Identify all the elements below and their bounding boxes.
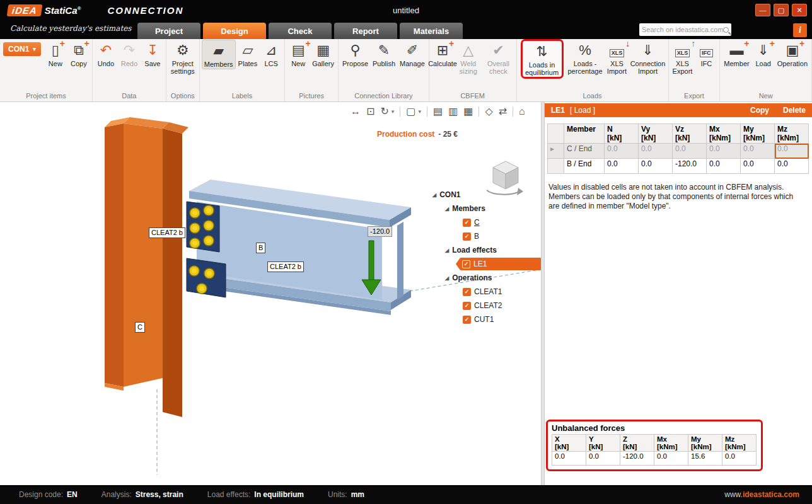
info-button[interactable]: i <box>793 23 807 37</box>
new-project-item-button[interactable]: ▯+ New <box>44 40 67 68</box>
new-operation-button[interactable]: ▣+ Operation <box>775 40 809 68</box>
propose-button[interactable]: ⚲ Propose <box>340 40 370 68</box>
connection-selector[interactable]: CON1▾ <box>3 42 41 56</box>
expanded-triangle-icon[interactable]: ◢ <box>432 192 436 198</box>
expander-cell[interactable] <box>548 159 564 174</box>
minimize-button[interactable]: — <box>755 4 770 16</box>
home-view-icon[interactable]: ⌂ <box>519 105 525 118</box>
checkbox-checked-icon[interactable]: ✓ <box>463 316 471 324</box>
row-pointer-icon[interactable]: ▸ <box>548 144 564 159</box>
table-cell: 0.0 <box>552 452 586 466</box>
expanded-triangle-icon[interactable]: ◢ <box>445 206 449 212</box>
tree-item-member-b[interactable]: ✓ B <box>430 229 541 243</box>
calculate-button[interactable]: ⊞+ Calculate <box>431 40 454 68</box>
tree-item-member-c[interactable]: ✓ C <box>430 215 541 229</box>
flip-view-icon[interactable]: ⇄ <box>499 105 507 118</box>
expanded-triangle-icon[interactable]: ◢ <box>445 248 449 253</box>
table-cell[interactable]: 0.0 <box>741 144 775 159</box>
connection-import-button[interactable]: ⇓ Connection Import <box>629 40 666 76</box>
tree-section-members[interactable]: ◢ Members <box>430 202 541 215</box>
checkbox-checked-icon[interactable]: ✓ <box>463 302 471 310</box>
delete-load-button[interactable]: Delete <box>783 106 806 115</box>
members-labels-toggle[interactable]: ▰ Members <box>202 40 236 69</box>
checkbox-checked-icon[interactable]: ✓ <box>463 288 471 296</box>
manage-button[interactable]: ✐ Manage <box>398 40 427 68</box>
tab-materials[interactable]: Materials <box>400 23 463 39</box>
table-cell[interactable]: 0.0 <box>639 159 673 174</box>
table-cell: -120.0 <box>620 452 654 466</box>
member-cell: C / End <box>564 144 605 159</box>
member-plus-icon: ▬+ <box>730 42 744 59</box>
rotate-view-icon[interactable]: ↻ <box>380 105 388 118</box>
table-cell[interactable]: 0.0 <box>673 144 707 159</box>
selected-table-cell[interactable]: 0.0 <box>775 144 809 159</box>
ribbon-group-new: ▬+ Member ⇓+ Load ▣+ Operation New <box>720 39 812 101</box>
tree-root-con1[interactable]: ◢ CON1 <box>430 188 541 202</box>
ifc-export-button[interactable]: IFC IFC <box>695 40 717 68</box>
table-cell[interactable]: 0.0 <box>775 159 809 174</box>
project-settings-button[interactable]: ⚙ Project settings <box>168 40 197 76</box>
table-cell[interactable]: -120.0 <box>673 159 707 174</box>
checkbox-checked-icon[interactable]: ✓ <box>463 219 471 227</box>
search-icon[interactable] <box>723 27 729 33</box>
wireframe-view-icon[interactable]: ▤ <box>433 105 443 118</box>
selection-options-chevron[interactable]: ▾ <box>418 108 421 115</box>
maximize-button[interactable]: ▢ <box>774 4 789 16</box>
close-button[interactable]: ✕ <box>792 4 807 16</box>
tree-item-le1[interactable]: ✓ LE1 <box>460 258 541 270</box>
plates-labels-toggle[interactable]: ▱ Plates <box>236 40 260 68</box>
tab-report[interactable]: Report <box>334 23 397 39</box>
copy-load-button[interactable]: Copy <box>750 106 769 115</box>
table-cell[interactable]: 0.0 <box>707 159 741 174</box>
expanded-triangle-icon[interactable]: ◢ <box>445 275 449 281</box>
gallery-button[interactable]: ▦ Gallery <box>310 40 336 68</box>
solid-view-icon[interactable]: ▦ <box>463 105 473 118</box>
table-cell[interactable]: 0.0 <box>605 144 639 159</box>
table-cell[interactable]: 0.0 <box>741 159 775 174</box>
overall-check-button[interactable]: ✔ Overall check <box>482 40 514 76</box>
rotate-options-chevron[interactable]: ▾ <box>392 108 395 115</box>
lcs-toggle[interactable]: ⊿ LCS <box>260 40 282 68</box>
column-header-vz: Vz[kN] <box>673 124 707 144</box>
tree-section-load-effects[interactable]: ◢ Load effects <box>430 243 541 257</box>
tree-item-cleat1[interactable]: ✓ CLEAT1 <box>430 285 541 299</box>
search-box[interactable] <box>639 23 731 36</box>
weld-sizing-button[interactable]: △ Weld sizing <box>455 40 482 76</box>
copy-project-item-button[interactable]: ⧉+ Copy <box>67 40 90 68</box>
redo-button[interactable]: ↷ Redo <box>118 40 141 68</box>
xls-export-button[interactable]: XLS↑ XLS Export <box>671 40 695 76</box>
tab-project[interactable]: Project <box>137 23 200 39</box>
selection-mode-icon[interactable]: ▢ <box>406 105 415 118</box>
shaded-view-icon[interactable]: ▥ <box>448 105 458 118</box>
ribbon-group-loads: ⇅ Loads in equilibrium % Loads - percent… <box>517 39 669 101</box>
table-cell[interactable]: 0.0 <box>605 159 639 174</box>
search-input[interactable] <box>642 26 723 33</box>
table-cell[interactable]: 0.0 <box>707 144 741 159</box>
publish-button[interactable]: ✎ Publish <box>371 40 397 68</box>
loads-percentage-button[interactable]: % Loads - percentage <box>566 40 605 76</box>
workplane-icon[interactable]: ◇ <box>485 105 492 118</box>
toolbar-separator <box>400 106 400 117</box>
magnifier-icon: ⚲ <box>350 42 360 59</box>
table-cell[interactable]: 0.0 <box>639 144 673 159</box>
new-member-button[interactable]: ▬+ Member <box>722 40 751 68</box>
website-link[interactable]: www.ideastatica.com <box>724 490 799 499</box>
loads-in-equilibrium-button[interactable]: ⇅ Loads in equilibrium <box>523 41 562 77</box>
3d-viewport[interactable]: ↔ ⊡ ↻ ▾ ▢ ▾ ▤ ▥ ▦ ◇ ⇄ ⌂ Production cost-… <box>0 102 541 485</box>
tree-item-cleat2[interactable]: ✓ CLEAT2 <box>430 299 541 312</box>
measure-icon[interactable]: ↔ <box>351 105 361 118</box>
zoom-extents-icon[interactable]: ⊡ <box>366 105 374 118</box>
table-row-b-end[interactable]: B / End 0.0 0.0 -120.0 0.0 0.0 0.0 <box>548 159 809 174</box>
tab-design[interactable]: Design <box>203 23 266 39</box>
new-load-button[interactable]: ⇓+ Load <box>752 40 775 68</box>
checkbox-checked-icon[interactable]: ✓ <box>462 260 470 268</box>
checkbox-checked-icon[interactable]: ✓ <box>463 232 471 241</box>
tab-check[interactable]: Check <box>269 23 332 39</box>
tree-section-operations[interactable]: ◢ Operations <box>430 271 541 285</box>
xls-import-button[interactable]: XLS↓ XLS Import <box>605 40 629 76</box>
undo-button[interactable]: ↶ Undo <box>95 40 117 68</box>
new-picture-button[interactable]: ▤+ New <box>287 40 310 68</box>
table-row-c-end[interactable]: ▸ C / End 0.0 0.0 0.0 0.0 0.0 0.0 <box>548 144 809 159</box>
save-button[interactable]: ↧ Save <box>141 40 164 68</box>
tree-item-cut1[interactable]: ✓ CUT1 <box>430 312 541 326</box>
